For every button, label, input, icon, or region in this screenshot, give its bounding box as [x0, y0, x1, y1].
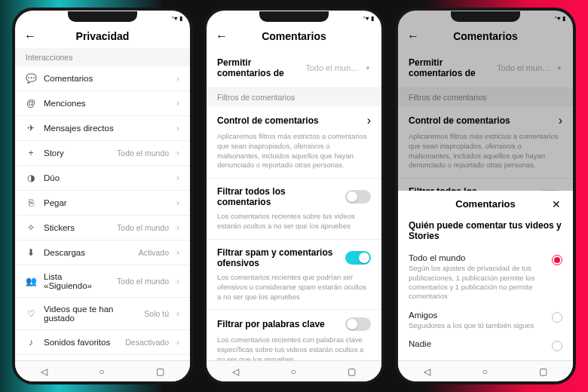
phone-comments-sheet: ⁺♥ ▮ ← Comentarios Permitir comentarios … — [395, 8, 576, 384]
chevron-right-icon: › — [176, 73, 179, 84]
settings-row-videos-que-te-han-gustado[interactable]: ♡Videos que te han gustadoSolo tú› — [15, 298, 190, 330]
option-label: Todo el mundo — [409, 253, 546, 262]
row-label: Descargas — [44, 248, 131, 257]
filter-keywords-desc: Los comentarios recientes con palabras c… — [207, 332, 381, 360]
row-value: Desactivado — [125, 338, 169, 347]
phone-comments: ⁺♥ ▮ ← Comentarios Permitir comentarios … — [204, 8, 384, 384]
back-icon[interactable]: ← — [24, 29, 36, 43]
chevron-right-icon: › — [176, 173, 179, 183]
option-label: Nadie — [409, 339, 546, 348]
row-icon: ⎘ — [26, 198, 36, 208]
row-icon: @ — [26, 98, 36, 109]
phone-privacy: ⁺♥ ▮ ← Privacidad Interacciones 💬Comenta… — [12, 8, 193, 384]
settings-row-visualizaciones-de-la-publicaci-n[interactable]: ▶Visualizaciones de la publicaciónActiva… — [15, 355, 190, 360]
nav-home-icon[interactable]: ○ — [482, 366, 487, 377]
row-icon: ◑ — [26, 173, 36, 183]
option-amigos[interactable]: AmigosSeguidores a los que tú también si… — [409, 306, 562, 335]
settings-row-comentarios[interactable]: 💬Comentarios› — [15, 66, 190, 91]
option-nadie[interactable]: Nadie — [409, 335, 562, 356]
nav-recent-icon[interactable]: ▢ — [156, 366, 164, 377]
row-icon: + — [26, 148, 36, 158]
nav-back-icon[interactable]: ◁ — [424, 366, 430, 377]
radio-icon[interactable] — [552, 255, 562, 265]
allow-comments-value: Todo el mun… — [305, 63, 359, 72]
chevron-right-icon: › — [176, 148, 179, 158]
settings-row-sonidos-favoritos[interactable]: ♪Sonidos favoritosDesactivado› — [15, 330, 190, 355]
row-value: Todo el mundo — [117, 149, 169, 158]
row-label: Story — [44, 149, 109, 158]
row-label: Comentarios — [44, 74, 169, 83]
page-title: Privacidad — [76, 30, 130, 42]
row-icon: ⬇ — [26, 247, 36, 258]
dropdown-icon: ▼ — [365, 65, 371, 72]
row-value: Activado — [139, 248, 169, 257]
nav-back-icon[interactable]: ◁ — [232, 366, 239, 377]
filter-all-toggle[interactable] — [345, 190, 371, 204]
row-label: Dúo — [44, 173, 169, 182]
chevron-right-icon: › — [176, 222, 179, 233]
settings-row-pegar[interactable]: ⎘Pegar› — [15, 191, 190, 216]
settings-row-lista-siguiendo-[interactable]: 👥Lista «Siguiendo»Todo el mundo› — [15, 265, 190, 298]
chevron-right-icon: › — [176, 98, 179, 109]
android-navbar: ◁ ○ ▢ — [207, 360, 381, 381]
row-value: Todo el mundo — [117, 277, 169, 286]
settings-row-descargas[interactable]: ⬇DescargasActivado› — [15, 240, 190, 265]
filter-all-desc: Los comentarios recientes sobre tus vide… — [207, 209, 381, 240]
comment-control-desc: Aplicaremos filtros más estrictos a come… — [207, 129, 381, 179]
radio-icon[interactable] — [552, 341, 562, 351]
settings-row-story[interactable]: +StoryTodo el mundo› — [15, 141, 190, 166]
header: ← Privacidad — [15, 24, 190, 48]
nav-recent-icon[interactable]: ▢ — [539, 366, 547, 377]
nav-home-icon[interactable]: ○ — [290, 366, 296, 377]
filter-keywords-toggle[interactable] — [345, 317, 371, 331]
section-interactions: Interacciones — [15, 48, 190, 66]
notch — [259, 11, 329, 22]
row-label: Menciones — [44, 99, 169, 108]
row-icon: ♡ — [26, 308, 36, 319]
row-value: Todo el mundo — [117, 223, 169, 232]
filter-keywords-row: Filtrar por palabras clave — [207, 310, 381, 332]
row-icon: ✧ — [26, 222, 36, 233]
sheet-question: Quién puede comentar tus videos y Storie… — [409, 216, 562, 249]
allow-comments-from-row[interactable]: Permitir comentarios de Todo el mun… ▼ — [207, 48, 381, 88]
comments-bottom-sheet: Comentarios ✕ Quién puede comentar tus v… — [398, 191, 573, 360]
filter-all-row: Filtrar todos los comentarios — [207, 179, 381, 209]
option-label: Amigos — [409, 311, 546, 320]
option-todo-el-mundo[interactable]: Todo el mundoSegún los ajustes de privac… — [409, 249, 562, 305]
nav-recent-icon[interactable]: ▢ — [348, 366, 356, 377]
header: ← Comentarios — [207, 24, 381, 48]
nav-home-icon[interactable]: ○ — [99, 366, 104, 377]
filter-spam-toggle[interactable] — [345, 251, 371, 265]
row-label: Mensajes directos — [44, 124, 169, 133]
filter-spam-row: Filtrar spam y comentarios ofensivos — [207, 240, 381, 270]
sheet-title: Comentarios — [455, 198, 515, 210]
nav-back-icon[interactable]: ◁ — [41, 366, 47, 377]
chevron-right-icon: › — [176, 123, 179, 133]
filter-spam-desc: Los comentarios recientes que podrían se… — [207, 270, 381, 310]
row-label: Pegar — [44, 198, 169, 207]
android-navbar: ◁ ○ ▢ — [398, 360, 573, 381]
settings-row-stickers[interactable]: ✧StickersTodo el mundo› — [15, 216, 190, 240]
chevron-right-icon: › — [176, 276, 179, 286]
back-icon[interactable]: ← — [216, 29, 228, 43]
settings-row-d-o[interactable]: ◑Dúo› — [15, 166, 190, 191]
section-filters: Filtros de comentarios — [207, 88, 381, 106]
row-value: Solo tú — [144, 309, 169, 318]
notch — [68, 11, 137, 22]
allow-comments-label: Permitir comentarios de — [217, 57, 299, 78]
option-sub: Según los ajustes de privacidad de tus p… — [409, 264, 546, 301]
row-icon: 💬 — [26, 73, 36, 84]
settings-row-mensajes-directos[interactable]: ✈Mensajes directos› — [15, 116, 190, 141]
settings-row-menciones[interactable]: @Menciones› — [15, 91, 190, 116]
chevron-right-icon: › — [176, 308, 179, 319]
close-icon[interactable]: ✕ — [552, 198, 561, 210]
row-label: Stickers — [44, 223, 109, 232]
row-icon: 👥 — [26, 276, 36, 286]
android-navbar: ◁ ○ ▢ — [15, 360, 190, 381]
page-title: Comentarios — [262, 30, 326, 42]
option-sub: Seguidores a los que tú también sigues — [409, 321, 546, 330]
chevron-right-icon: › — [176, 337, 179, 348]
radio-icon[interactable] — [552, 312, 562, 323]
row-label: Videos que te han gustado — [44, 305, 136, 323]
comment-control-row[interactable]: Control de comentarios › — [207, 106, 381, 129]
